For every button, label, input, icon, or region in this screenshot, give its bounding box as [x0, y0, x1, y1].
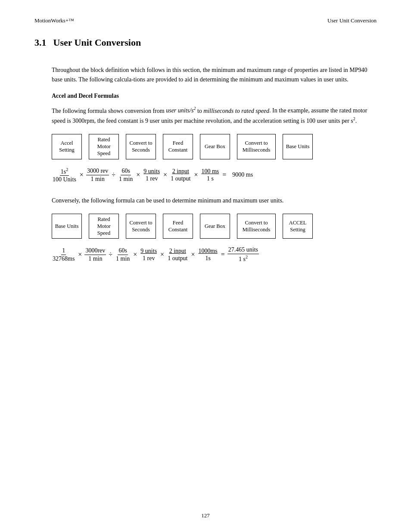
frac2-4: 9 units 1 rev	[140, 248, 158, 262]
section-number: 3.1	[34, 37, 47, 48]
page-number: 127	[0, 512, 411, 519]
formula-intro-italic1: user units/s2	[166, 107, 196, 114]
op2-4: ×	[160, 251, 164, 258]
equals1: =	[222, 171, 226, 179]
label-accel-setting-2: ACCELSetting	[283, 214, 313, 239]
subsection-title: Accel and Decel Formulas	[52, 93, 377, 100]
op2: ÷	[112, 171, 115, 179]
formula-intro-part2: to	[196, 107, 203, 114]
formula1-math-row: 1s2 100 Units × 3000 rev 1 min ÷ 60s 1 m…	[52, 167, 377, 184]
page-header: MotionWorks+™ User Unit Conversion	[34, 17, 377, 24]
op4: ×	[163, 171, 167, 179]
label-base-units-2: Base Units	[52, 214, 82, 239]
table2-label-row: Base Units RatedMotorSpeed Convert toSec…	[52, 214, 377, 239]
label-accel-setting: AccelSetting	[52, 134, 82, 159]
op3: ×	[136, 171, 140, 179]
label-convert-to-ms-1: Convert toMilliseconds	[237, 134, 276, 159]
label-convert-to-ms-2: Convert toMilliseconds	[237, 214, 276, 239]
formula-intro-part1: The following formula shows conversion f…	[52, 107, 166, 114]
label-base-units-1: Base Units	[283, 134, 313, 159]
section-heading: 3.1 User Unit Conversion	[34, 37, 377, 57]
label-feed-constant-2: FeedConstant	[163, 214, 193, 239]
frac2-5: 2 input 1 output	[167, 248, 188, 262]
label-convert-to-seconds-1: Convert toSeconds	[126, 134, 156, 159]
conversely-paragraph: Conversely, the following formula can be…	[52, 196, 377, 205]
label-convert-to-seconds-2: Convert toSeconds	[126, 214, 156, 239]
equals2: =	[221, 251, 225, 258]
frac2-6: 1000ms 1s	[197, 248, 218, 262]
op2-2: ÷	[109, 251, 112, 258]
section-title: User Unit Conversion	[53, 37, 141, 48]
formula2-math-row: 1 32768ms × 3000rev 1 min ÷ 60s 1 min × …	[52, 246, 377, 263]
frac2-2: 3000rev 1 min	[84, 247, 106, 262]
frac1: 1s2 100 Units	[52, 167, 77, 184]
frac4: 9 units 1 rev	[143, 168, 161, 182]
table1-label-row: AccelSetting RatedMotorSpeed Convert toS…	[52, 134, 377, 159]
op2-3: ×	[133, 251, 137, 258]
op2-1: ×	[78, 251, 82, 258]
header-right: User Unit Conversion	[327, 17, 377, 24]
formula-intro-text: The following formula shows conversion f…	[52, 106, 377, 126]
label-feed-constant-1: FeedConstant	[163, 134, 193, 159]
frac5: 2 input 1 output	[170, 168, 191, 182]
header-left: MotionWorks+™	[34, 17, 74, 24]
result1: 9000 ms	[232, 171, 253, 178]
frac2: 3000 rev 1 min	[86, 168, 109, 183]
frac2-1: 1 32768ms	[52, 247, 75, 262]
page: MotionWorks+™ User Unit Conversion 3.1 U…	[0, 0, 411, 532]
label-gear-box-1: Gear Box	[200, 134, 230, 159]
frac3: 60s 1 min	[118, 168, 134, 183]
label-gear-box-2: Gear Box	[200, 214, 230, 239]
formula-intro-italic2: milliseconds to rated speed	[203, 107, 269, 114]
frac6: 100 ms 1 s	[200, 168, 220, 182]
op2-5: ×	[191, 251, 195, 258]
label-rated-motor-speed-1: RatedMotorSpeed	[89, 134, 119, 159]
result2-frac: 27.465 units 1 s2	[227, 246, 259, 263]
op5: ×	[194, 171, 198, 179]
op1: ×	[80, 171, 84, 179]
frac2-3: 60s 1 min	[115, 247, 131, 262]
label-rated-motor-speed-2: RatedMotorSpeed	[89, 214, 119, 239]
intro-paragraph: Throughout the block definition which fo…	[52, 65, 377, 85]
